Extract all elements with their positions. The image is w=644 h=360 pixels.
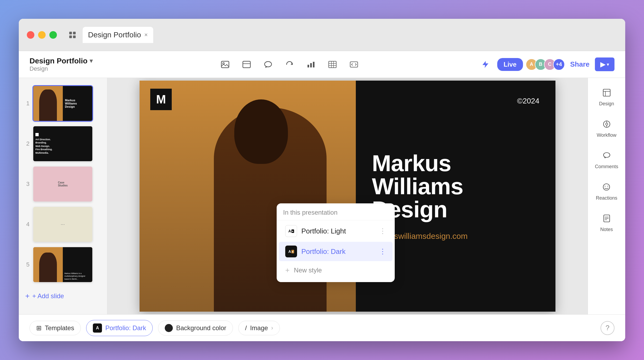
tab-grid-icon[interactable] xyxy=(65,27,80,42)
svg-point-27 xyxy=(605,186,606,187)
table-icon[interactable] xyxy=(326,58,339,71)
panel-comments-button[interactable]: Comments xyxy=(592,146,621,172)
workflow-icon xyxy=(600,117,613,131)
slide-item-2[interactable]: 2 Art Direction.Branding.Web Design.Fire… xyxy=(19,124,107,164)
svg-rect-6 xyxy=(243,61,250,68)
svg-point-28 xyxy=(608,186,608,187)
window-tabs: Design Portfolio × xyxy=(83,27,617,43)
fullscreen-button[interactable] xyxy=(49,31,57,39)
background-label: Background color xyxy=(176,324,226,332)
close-button[interactable] xyxy=(27,31,34,39)
svg-rect-10 xyxy=(310,63,312,67)
popup-add-style[interactable]: + New style xyxy=(279,262,393,278)
comment-icon[interactable] xyxy=(261,58,275,71)
templates-button[interactable]: ⊞ Templates xyxy=(30,321,81,335)
help-button[interactable]: ? xyxy=(601,321,614,335)
logo-m: M xyxy=(150,89,172,110)
slide-item-5[interactable]: 5 Markus Williams is a multidisciplinary… xyxy=(19,244,107,285)
background-color-button[interactable]: Background color xyxy=(158,321,233,336)
svg-rect-1 xyxy=(73,32,76,34)
slide-item-3[interactable]: 3 CaseStudies xyxy=(19,164,107,204)
slide-number-3: 3 xyxy=(23,181,30,188)
header-tools xyxy=(106,58,473,71)
lightning-icon[interactable] xyxy=(478,58,492,71)
play-dropdown-icon[interactable]: ▾ xyxy=(607,62,609,67)
style-icon-light: A● xyxy=(285,225,297,237)
avatar-count: +4 xyxy=(553,59,565,70)
popup-add-label: New style xyxy=(294,267,322,274)
slide-thumbnail-2: Art Direction.Branding.Web Design.Fire B… xyxy=(33,126,92,161)
slide-number-5: 5 xyxy=(23,261,30,268)
style-icon-dark: A● xyxy=(285,246,297,257)
header-right: Live A B C +4 Share ▶ ▾ xyxy=(478,57,614,71)
templates-label: Templates xyxy=(45,324,74,332)
slide-thumbnail-1: Markus Williams Design xyxy=(33,86,92,121)
svg-rect-4 xyxy=(221,61,229,68)
chart-icon[interactable] xyxy=(304,58,318,71)
layout-icon[interactable] xyxy=(240,58,253,71)
minimize-button[interactable] xyxy=(38,31,46,39)
design-icon xyxy=(600,86,613,99)
reactions-icon xyxy=(600,180,613,194)
templates-icon: ⊞ xyxy=(36,324,42,332)
popup-section-title: In this presentation xyxy=(277,209,395,220)
add-icon: + xyxy=(25,292,30,300)
slide-item-1[interactable]: 1 Markus Williams Design xyxy=(19,83,107,124)
tab-label: Design Portfolio xyxy=(88,31,141,39)
bottom-bar: ⊞ Templates A Portfolio: Dark Background… xyxy=(19,314,625,341)
slide-thumbnail-5: Markus Williams is a multidisciplinary d… xyxy=(33,247,92,282)
popup-item-light-more[interactable]: ⋮ xyxy=(379,227,386,235)
tab-close-button[interactable]: × xyxy=(144,31,148,38)
svg-rect-0 xyxy=(69,32,72,34)
right-panel: Design Workflow Comments Reactions xyxy=(588,78,625,314)
canvas-area: M ©2024 Markus Williams Design markuswil… xyxy=(107,78,588,314)
active-style-button[interactable]: A Portfolio: Dark xyxy=(86,320,153,336)
active-style-label: Portfolio: Dark xyxy=(105,324,146,332)
help-area: ? xyxy=(601,321,614,335)
style-popup: In this presentation A● Portfolio: Light… xyxy=(277,203,395,282)
color-dot xyxy=(165,324,173,332)
dropdown-icon[interactable]: ▾ xyxy=(90,57,93,64)
collaborator-avatars: A B C +4 xyxy=(528,59,565,70)
image-icon: / xyxy=(245,324,247,332)
panel-workflow-button[interactable]: Workflow xyxy=(594,115,619,141)
notes-label: Notes xyxy=(600,227,613,232)
panel-design-button[interactable]: Design xyxy=(596,83,617,109)
popup-add-icon: + xyxy=(285,266,290,275)
svg-rect-18 xyxy=(603,89,610,96)
slide-item-4[interactable]: 4 ▪ ▪ ▪ xyxy=(19,204,107,244)
embed-icon[interactable] xyxy=(347,58,361,71)
image-button[interactable]: / Image › xyxy=(238,321,280,335)
add-slide-label: + Add slide xyxy=(32,292,64,300)
main-content: 1 Markus Williams Design 2 xyxy=(19,78,625,314)
popup-item-dark[interactable]: A● Portfolio: Dark ⋮ xyxy=(279,242,393,261)
add-slide-button[interactable]: + + Add slide xyxy=(19,287,107,305)
popup-item-light[interactable]: A● Portfolio: Light ⋮ xyxy=(279,221,393,241)
image-label: Image xyxy=(250,324,268,332)
slide-number-1: 1 xyxy=(23,100,30,107)
slide-email: markuswilliamsdesign.com xyxy=(372,232,539,241)
play-button[interactable]: ▶ ▾ xyxy=(595,57,614,71)
slide-number-4: 4 xyxy=(23,221,30,228)
live-button[interactable]: Live xyxy=(497,58,523,71)
tab-design-portfolio[interactable]: Design Portfolio × xyxy=(83,27,153,43)
popup-item-dark-label: Portfolio: Dark xyxy=(301,247,375,256)
slide-thumbnail-3: CaseStudies xyxy=(33,167,92,201)
svg-point-26 xyxy=(603,184,610,190)
refresh-icon[interactable] xyxy=(283,58,296,71)
app-title-area: Design Portfolio ▾ Design xyxy=(30,57,93,72)
svg-rect-11 xyxy=(313,62,314,67)
svg-rect-12 xyxy=(329,61,336,68)
popup-item-dark-more[interactable]: ⋮ xyxy=(379,247,386,256)
slide-copyright: ©2024 xyxy=(517,97,539,105)
reactions-label: Reactions xyxy=(596,195,617,201)
comments-icon xyxy=(600,149,613,162)
slides-sidebar: 1 Markus Williams Design 2 xyxy=(19,78,107,314)
panel-notes-button[interactable]: Notes xyxy=(597,209,616,235)
svg-point-8 xyxy=(265,62,272,67)
insert-image-icon[interactable] xyxy=(218,58,232,71)
popup-item-light-label: Portfolio: Light xyxy=(301,227,375,235)
titlebar: Design Portfolio × xyxy=(19,19,625,51)
share-button[interactable]: Share xyxy=(570,60,590,69)
panel-reactions-button[interactable]: Reactions xyxy=(593,178,620,204)
